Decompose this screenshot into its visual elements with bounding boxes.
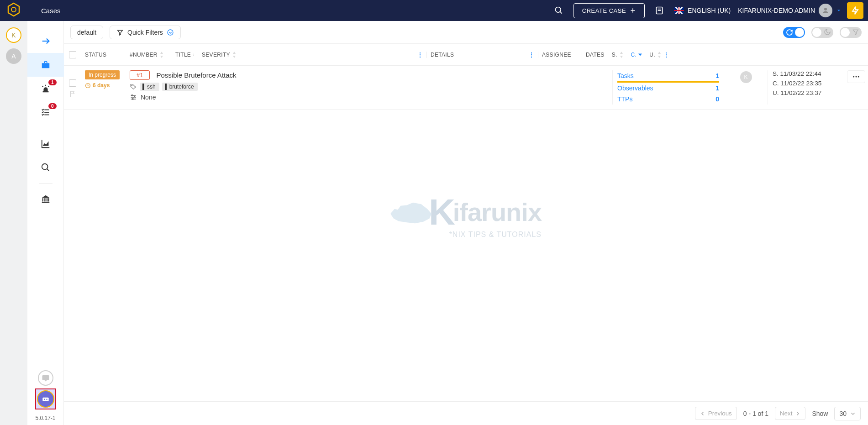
- row-more-button[interactable]: [847, 70, 865, 83]
- chart-area-icon: [41, 139, 51, 149]
- clock-icon: [85, 83, 91, 89]
- filter-toggle[interactable]: [840, 27, 862, 38]
- cortex-icon: [41, 394, 50, 404]
- details-ttps-link[interactable]: TTPs0: [617, 94, 719, 105]
- nav-back[interactable]: [27, 29, 64, 53]
- svg-point-1: [555, 7, 561, 13]
- more-horizontal-icon: [852, 73, 860, 81]
- org-badge-primary[interactable]: K: [6, 27, 21, 43]
- col-number[interactable]: #NUMBER: [126, 52, 172, 58]
- chat-icon: [42, 374, 50, 382]
- user-name: KIFARUNIX-DEMO ADMIN: [738, 7, 815, 14]
- dark-mode-toggle[interactable]: [811, 27, 833, 38]
- content-area: default Quick Filters: [64, 21, 868, 425]
- chevron-right-icon: [795, 411, 800, 416]
- select-all-checkbox[interactable]: [69, 51, 76, 58]
- chevron-circle-icon: [167, 29, 174, 36]
- user-menu[interactable]: KIFARUNIX-DEMO ADMIN: [738, 4, 842, 17]
- docs-icon[interactable]: [654, 5, 665, 16]
- svg-point-18: [42, 164, 47, 170]
- nav-dashboards[interactable]: [27, 132, 64, 156]
- tag-ssh[interactable]: ssh: [140, 83, 159, 91]
- date-updated: U. 11/02/22 23:37: [773, 89, 842, 96]
- case-row[interactable]: In progress 6 days #1 Possible Bruteforc…: [64, 66, 868, 110]
- nav-chat[interactable]: [38, 370, 53, 386]
- show-label: Show: [812, 410, 828, 417]
- svg-line-2: [560, 12, 562, 14]
- svg-point-35: [134, 97, 135, 98]
- svg-line-14: [48, 86, 49, 87]
- tag-bruteforce[interactable]: bruteforce: [162, 83, 198, 91]
- tasks-badge: 0: [48, 103, 57, 109]
- svg-rect-11: [42, 91, 48, 93]
- checklist-icon: [41, 107, 51, 117]
- col-title[interactable]: TITLE: [172, 52, 198, 58]
- create-case-button[interactable]: CREATE CASE: [573, 3, 645, 18]
- col-createdate[interactable]: C.: [627, 52, 646, 58]
- quick-action-button[interactable]: [847, 2, 863, 19]
- svg-rect-24: [42, 202, 49, 203]
- auto-refresh-toggle[interactable]: [783, 27, 805, 38]
- date-start: S. 11/03/22 22:44: [773, 70, 842, 77]
- col-menu-icon[interactable]: ⋮: [529, 52, 534, 58]
- custom-fields-value: None: [141, 94, 156, 101]
- row-checkbox[interactable]: [69, 79, 76, 87]
- assignee-avatar[interactable]: K: [740, 71, 752, 83]
- nav-cases[interactable]: [27, 53, 64, 77]
- col-assignee[interactable]: ASSIGNEE: [538, 52, 582, 58]
- case-title[interactable]: Possible Bruteforce Attack: [156, 71, 236, 79]
- siren-icon: [41, 84, 51, 94]
- col-severity[interactable]: SEVERITY ⋮: [198, 52, 426, 58]
- svg-point-0: [11, 7, 16, 12]
- topbar: Cases CREATE CASE ENGLISH (UK) KIFARUNIX…: [0, 0, 868, 21]
- user-avatar-icon: [819, 4, 832, 17]
- svg-rect-21: [44, 198, 45, 201]
- col-status[interactable]: STATUS: [81, 52, 126, 58]
- sort-icon: [619, 52, 624, 58]
- alerts-badge: 1: [48, 79, 57, 85]
- date-created: C. 11/02/22 23:35: [773, 80, 842, 87]
- next-page-button[interactable]: Next: [775, 407, 805, 420]
- create-case-label: CREATE CASE: [582, 7, 626, 14]
- svg-rect-20: [42, 198, 43, 201]
- nav-tasks[interactable]: 0: [27, 100, 64, 124]
- nav-organisation[interactable]: [27, 187, 64, 211]
- page-range: 0 - 1 of 1: [743, 410, 768, 417]
- previous-page-button[interactable]: Previous: [695, 407, 737, 420]
- page-size-select[interactable]: 30: [834, 407, 861, 420]
- details-observables-link[interactable]: Observables1: [617, 83, 719, 94]
- quick-filters-label: Quick Filters: [127, 29, 163, 36]
- org-badge-secondary[interactable]: A: [6, 48, 21, 64]
- nav-cortex-highlighted[interactable]: [35, 388, 56, 409]
- flag-uk-icon: [674, 7, 684, 14]
- quick-filters-chip[interactable]: Quick Filters: [110, 26, 181, 39]
- col-updatedate[interactable]: U.⋮: [646, 52, 673, 58]
- details-tasks-link[interactable]: Tasks1: [617, 70, 719, 83]
- nav-separator: [39, 128, 53, 128]
- nav-alerts[interactable]: 1: [27, 77, 64, 100]
- col-menu-icon[interactable]: ⋮: [417, 52, 423, 58]
- chevron-left-icon: [700, 411, 705, 416]
- global-search-icon[interactable]: [553, 5, 564, 16]
- view-profile-chip[interactable]: default: [70, 26, 103, 39]
- chevron-down-icon: [850, 411, 856, 416]
- language-selector[interactable]: ENGLISH (UK): [674, 7, 731, 14]
- col-dates[interactable]: DATES: [582, 52, 608, 58]
- nav-separator: [39, 183, 53, 184]
- flag-icon[interactable]: [69, 90, 76, 98]
- svg-point-34: [132, 95, 133, 96]
- svg-line-13: [42, 86, 43, 87]
- col-startdate[interactable]: S.: [608, 52, 627, 58]
- sort-icon: [193, 52, 195, 58]
- svg-point-8: [824, 8, 827, 10]
- svg-point-37: [853, 76, 854, 78]
- sort-icon: [657, 52, 662, 58]
- app-logo[interactable]: [5, 1, 23, 20]
- nav-search[interactable]: [27, 156, 64, 179]
- funnel-icon: [852, 28, 859, 36]
- list-toolbar: default Quick Filters: [64, 21, 868, 44]
- col-menu-icon[interactable]: ⋮: [663, 52, 669, 58]
- bank-icon: [41, 194, 51, 204]
- svg-rect-23: [48, 198, 49, 201]
- svg-rect-22: [46, 198, 47, 201]
